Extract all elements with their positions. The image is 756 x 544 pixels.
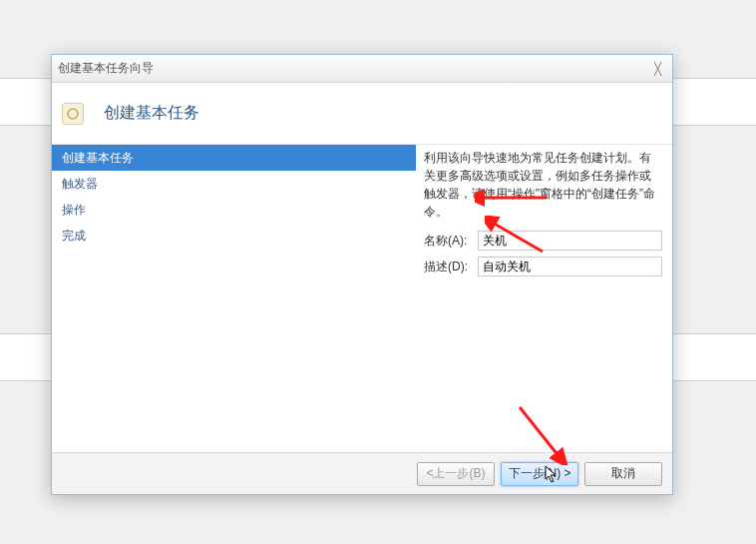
steps-list: 创建基本任务 触发器 操作 完成 [52, 145, 416, 452]
name-label: 名称(A): [424, 232, 478, 250]
back-button: <上一步(B) [417, 462, 495, 486]
content-panel: 利用该向导快速地为常见任务创建计划。有关更多高级选项或设置，例如多任务操作或触发… [416, 145, 672, 452]
button-bar: <上一步(B) 下一步(N) > 取消 [52, 452, 672, 494]
wizard-header: 创建基本任务 [52, 83, 672, 145]
step-action[interactable]: 操作 [52, 197, 416, 223]
step-finish[interactable]: 完成 [52, 223, 416, 249]
svg-point-0 [68, 109, 78, 119]
step-trigger[interactable]: 触发器 [52, 171, 416, 197]
description-input[interactable] [478, 257, 662, 276]
description-label: 描述(D): [424, 258, 478, 275]
name-input[interactable] [478, 231, 662, 251]
page-title: 创建基本任务 [104, 103, 199, 124]
description-row: 描述(D): [424, 257, 662, 276]
wizard-dialog: 创建基本任务向导 ╳ 创建基本任务 创建基本任务 触发器 操作 完成 利用该向导… [51, 54, 673, 495]
cancel-button[interactable]: 取消 [584, 462, 662, 486]
name-row: 名称(A): [424, 231, 662, 251]
window-title: 创建基本任务向导 [58, 60, 154, 77]
next-button[interactable]: 下一步(N) > [501, 462, 578, 486]
description-text: 利用该向导快速地为常见任务创建计划。有关更多高级选项或设置，例如多任务操作或触发… [424, 149, 662, 221]
close-icon[interactable]: ╳ [648, 62, 666, 76]
wizard-body: 创建基本任务 触发器 操作 完成 利用该向导快速地为常见任务创建计划。有关更多高… [52, 145, 672, 452]
titlebar[interactable]: 创建基本任务向导 ╳ [52, 55, 672, 83]
wizard-icon [62, 103, 84, 125]
step-create-basic-task[interactable]: 创建基本任务 [52, 145, 416, 171]
